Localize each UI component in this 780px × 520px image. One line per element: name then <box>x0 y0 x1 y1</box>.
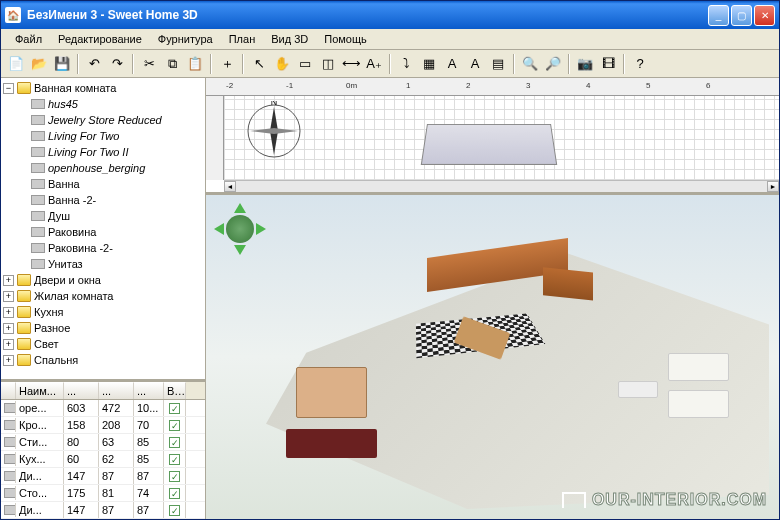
scroll-right-button[interactable]: ► <box>767 181 779 192</box>
nav-left-icon[interactable] <box>214 223 224 235</box>
tree-label: hus45 <box>48 98 78 110</box>
import-icon[interactable]: ⤵ <box>395 53 417 75</box>
nav-right-icon[interactable] <box>256 223 266 235</box>
catalog-tree[interactable]: −Ванная комнатаhus45Jewelry Store Reduce… <box>1 78 205 379</box>
maximize-button[interactable]: ▢ <box>731 5 752 26</box>
catalog-folder-0[interactable]: +Двери и окна <box>3 272 203 288</box>
table-header-5[interactable]: В... <box>164 382 186 399</box>
undo-icon[interactable]: ↶ <box>83 53 105 75</box>
expander-icon[interactable]: + <box>3 355 14 366</box>
menu-4[interactable]: Вид 3D <box>263 31 316 47</box>
wall-icon[interactable]: ▭ <box>294 53 316 75</box>
ruler-tick: -1 <box>286 81 293 90</box>
copy-icon[interactable]: ⧉ <box>161 53 183 75</box>
table-row[interactable]: оре...60347210...✓ <box>1 400 205 417</box>
menu-1[interactable]: Редактирование <box>50 31 150 47</box>
toolbar-separator <box>513 54 515 74</box>
expander-icon[interactable]: + <box>3 275 14 286</box>
catalog-item-10[interactable]: Унитаз <box>3 256 203 272</box>
catalog-item-7[interactable]: Душ <box>3 208 203 224</box>
video-icon[interactable]: 🎞 <box>597 53 619 75</box>
table-row[interactable]: Ди...1478787✓ <box>1 468 205 485</box>
catalog-item-8[interactable]: Раковина <box>3 224 203 240</box>
paste-icon[interactable]: 📋 <box>184 53 206 75</box>
table-row[interactable]: Сто...1758174✓ <box>1 485 205 502</box>
new-file-icon[interactable]: 📄 <box>5 53 27 75</box>
grid-icon[interactable]: ▤ <box>487 53 509 75</box>
expander-icon[interactable]: + <box>3 291 14 302</box>
a2-icon[interactable]: A <box>464 53 486 75</box>
catalog-item-9[interactable]: Раковина -2- <box>3 240 203 256</box>
expander-icon[interactable]: − <box>3 83 14 94</box>
texture-icon[interactable]: ▦ <box>418 53 440 75</box>
titlebar[interactable]: 🏠 БезИмени 3 - Sweet Home 3D _ ▢ ✕ <box>1 1 779 29</box>
minimize-button[interactable]: _ <box>708 5 729 26</box>
scroll-left-button[interactable]: ◄ <box>224 181 236 192</box>
add-furniture-icon[interactable]: ＋ <box>216 53 238 75</box>
catalog-folder-3[interactable]: +Разное <box>3 320 203 336</box>
catalog-root[interactable]: −Ванная комната <box>3 80 203 96</box>
view-3d[interactable]: OUR-INTERIOR.COM <box>206 195 779 519</box>
menu-5[interactable]: Помощь <box>316 31 375 47</box>
pan-icon[interactable]: ✋ <box>271 53 293 75</box>
menu-2[interactable]: Фурнитура <box>150 31 221 47</box>
plan-view[interactable]: -2-10m123456 N ◄ ► <box>206 78 779 195</box>
zoom-out-icon[interactable]: 🔎 <box>542 53 564 75</box>
open-icon[interactable]: 📂 <box>28 53 50 75</box>
text-icon[interactable]: A₊ <box>363 53 385 75</box>
catalog-item-4[interactable]: openhouse_berging <box>3 160 203 176</box>
a1-icon[interactable]: A <box>441 53 463 75</box>
visible-checkbox[interactable]: ✓ <box>164 485 186 502</box>
redo-icon[interactable]: ↷ <box>106 53 128 75</box>
visible-checkbox[interactable]: ✓ <box>164 417 186 434</box>
zoom-in-icon[interactable]: 🔍 <box>519 53 541 75</box>
visible-checkbox[interactable]: ✓ <box>164 451 186 468</box>
table-header-1[interactable]: Наим... <box>16 382 64 399</box>
menu-3[interactable]: План <box>221 31 264 47</box>
expander-icon[interactable]: + <box>3 307 14 318</box>
table-header-3[interactable]: ... <box>99 382 134 399</box>
table-row[interactable]: Кух...606285✓ <box>1 451 205 468</box>
catalog-item-1[interactable]: Jewelry Store Reduced <box>3 112 203 128</box>
select-icon[interactable]: ↖ <box>248 53 270 75</box>
nav-center[interactable] <box>226 215 254 243</box>
nav-up-icon[interactable] <box>234 203 246 213</box>
catalog-folder-5[interactable]: +Спальня <box>3 352 203 368</box>
catalog-item-0[interactable]: hus45 <box>3 96 203 112</box>
plan-scrollbar-h[interactable]: ◄ ► <box>224 180 779 192</box>
catalog-item-2[interactable]: Living For Two <box>3 128 203 144</box>
help-icon[interactable]: ? <box>629 53 651 75</box>
visible-checkbox[interactable]: ✓ <box>164 434 186 451</box>
nav-down-icon[interactable] <box>234 245 246 255</box>
room-3d-render <box>266 225 769 509</box>
table-row[interactable]: Кро...15820870✓ <box>1 417 205 434</box>
catalog-item-6[interactable]: Ванна -2- <box>3 192 203 208</box>
visible-checkbox[interactable]: ✓ <box>164 468 186 485</box>
catalog-folder-1[interactable]: +Жилая комната <box>3 288 203 304</box>
visible-checkbox[interactable]: ✓ <box>164 502 186 519</box>
scroll-track[interactable] <box>236 181 767 192</box>
table-header-4[interactable]: ... <box>134 382 164 399</box>
catalog-folder-2[interactable]: +Кухня <box>3 304 203 320</box>
furniture-table[interactable]: Наим............В... оре...60347210...✓К… <box>1 379 205 519</box>
close-button[interactable]: ✕ <box>754 5 775 26</box>
room-icon[interactable]: ◫ <box>317 53 339 75</box>
ruler-tick: 4 <box>586 81 590 90</box>
cut-icon[interactable]: ✂ <box>138 53 160 75</box>
dimension-icon[interactable]: ⟷ <box>340 53 362 75</box>
catalog-folder-4[interactable]: +Свет <box>3 336 203 352</box>
plan-canvas[interactable]: N <box>224 96 779 180</box>
expander-icon[interactable]: + <box>3 323 14 334</box>
catalog-item-3[interactable]: Living For Two II <box>3 144 203 160</box>
table-row[interactable]: Ди...1478787✓ <box>1 502 205 519</box>
expander-icon[interactable]: + <box>3 339 14 350</box>
table-header-0[interactable] <box>1 382 16 399</box>
cell: Кро... <box>16 417 64 433</box>
table-header-2[interactable]: ... <box>64 382 99 399</box>
menu-0[interactable]: Файл <box>7 31 50 47</box>
photo-icon[interactable]: 📷 <box>574 53 596 75</box>
visible-checkbox[interactable]: ✓ <box>164 400 186 417</box>
catalog-item-5[interactable]: Ванна <box>3 176 203 192</box>
save-icon[interactable]: 💾 <box>51 53 73 75</box>
table-row[interactable]: Сти...806385✓ <box>1 434 205 451</box>
